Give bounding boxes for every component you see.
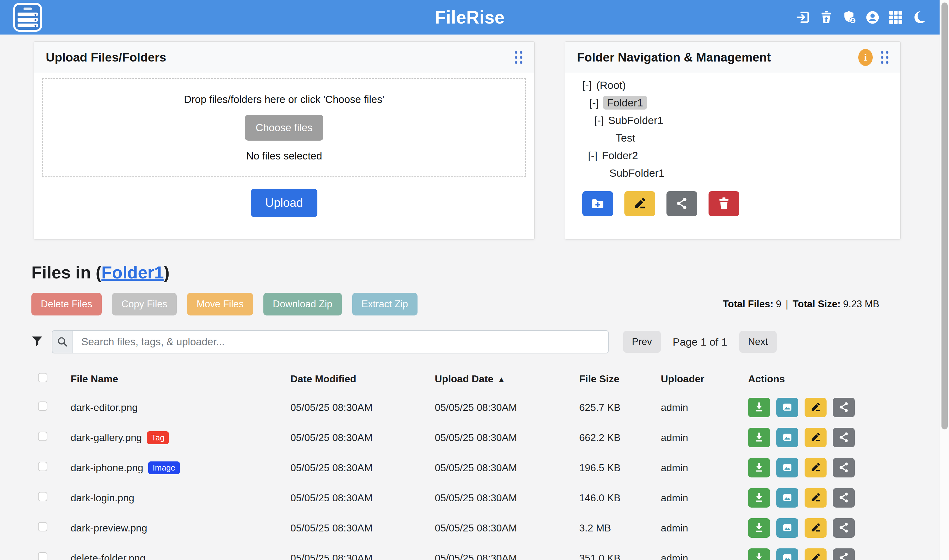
edit-button[interactable] [804,488,827,508]
preview-button[interactable] [776,488,798,508]
uploader: admin [661,402,748,414]
edit-button[interactable] [804,518,827,538]
tree-expander[interactable]: [-] [588,149,597,162]
edit-icon [809,431,822,445]
select-all-checkbox[interactable] [38,373,48,382]
preview-button[interactable] [776,548,798,560]
share-folder-button[interactable] [666,191,697,216]
search-input[interactable] [72,330,609,354]
share-button[interactable] [833,428,855,447]
user-icon[interactable] [865,10,880,25]
row-checkbox[interactable] [38,432,48,441]
share-button[interactable] [833,518,855,538]
tag-badge: Tag [147,431,169,444]
prev-page-button[interactable]: Prev [623,331,661,353]
drag-handle-icon[interactable] [881,51,888,64]
row-actions [748,548,857,560]
preview-button[interactable] [776,458,798,477]
apps-grid-icon[interactable] [888,10,903,25]
share-icon [838,491,850,505]
upload-button[interactable]: Upload [251,189,317,217]
info-icon[interactable]: i [858,49,873,66]
copy-files-button[interactable]: Copy Files [112,293,177,315]
edit-button[interactable] [804,398,827,417]
drag-handle-icon[interactable] [515,51,522,64]
download-icon [753,401,765,414]
preview-button[interactable] [776,398,798,417]
rename-folder-button[interactable] [624,191,655,216]
tree-item-folder2[interactable]: [-]Folder2 [582,146,900,164]
admin-shield-icon[interactable] [842,10,857,25]
column-header-file-name[interactable]: File Name [71,373,291,385]
row-checkbox[interactable] [38,522,48,531]
scrollbar-thumb[interactable] [941,3,948,429]
row-actions [748,458,857,477]
row-checkbox[interactable] [38,462,48,471]
tree-item-label[interactable]: (Root) [596,79,626,91]
preview-button[interactable] [776,518,798,538]
download-button[interactable] [748,518,770,538]
tree-item-subfolder1[interactable]: [-]SubFolder1 [582,111,900,129]
file-name: delete-folder.png [71,552,291,560]
download-icon [753,522,765,535]
server-logo-icon[interactable] [13,3,42,32]
share-button[interactable] [833,488,855,508]
trash-restore-icon[interactable] [819,10,834,25]
delete-folder-button[interactable] [709,191,739,216]
tree-expander[interactable]: [-] [594,114,604,126]
download-button[interactable] [748,488,770,508]
tree-expander[interactable]: [-] [582,79,592,91]
column-header-file-size[interactable]: File Size [579,373,661,385]
tree-item-folder2-subfolder1[interactable]: SubFolder1 [582,164,900,182]
edit-button[interactable] [804,458,827,477]
row-checkbox[interactable] [38,492,48,501]
share-button[interactable] [833,548,855,560]
tree-expander[interactable]: [-] [589,97,599,109]
tree-item-root[interactable]: [-](Root) [582,76,900,94]
move-files-button[interactable]: Move Files [187,293,253,315]
date-modified: 05/05/25 08:30AM [291,402,435,414]
tree-item-folder1[interactable]: [-]Folder1 [582,94,900,111]
column-header-date-modified[interactable]: Date Modified [291,373,435,385]
page-indicator: Page 1 of 1 [673,336,728,348]
tree-item-label[interactable]: Folder2 [602,149,638,162]
edit-button[interactable] [804,428,827,447]
preview-button[interactable] [776,428,798,447]
tree-item-label[interactable]: SubFolder1 [609,167,664,179]
upload-dropzone[interactable]: Drop files/folders here or click 'Choose… [42,78,526,177]
download-button[interactable] [748,458,770,477]
folder-card-title: Folder Navigation & Management [577,51,771,65]
tree-item-label[interactable]: SubFolder1 [608,114,663,126]
filter-funnel-icon [31,335,43,348]
download-zip-button[interactable]: Download Zip [263,293,342,315]
extract-zip-button[interactable]: Extract Zip [352,293,418,315]
share-button[interactable] [833,398,855,417]
page-scrollbar[interactable] [940,0,949,560]
choose-files-button[interactable]: Choose files [245,115,323,141]
file-name: dark-preview.png [71,522,291,534]
logout-icon[interactable] [795,10,810,25]
current-folder-link[interactable]: Folder1 [102,263,164,282]
create-folder-button[interactable] [582,191,613,216]
row-checkbox[interactable] [38,402,48,411]
next-page-button[interactable]: Next [739,331,777,353]
tree-item-label-selected[interactable]: Folder1 [603,96,647,109]
column-header-uploader[interactable]: Uploader [661,373,748,385]
row-checkbox[interactable] [38,552,48,560]
dark-mode-icon[interactable] [912,10,926,25]
tree-item-label[interactable]: Test [615,132,635,144]
download-button[interactable] [748,428,770,447]
download-button[interactable] [748,548,770,560]
totals-summary: Total Files:9|Total Size:9.23 MB [723,298,879,310]
download-button[interactable] [748,398,770,417]
share-button[interactable] [833,458,855,477]
filter-button[interactable] [31,335,43,348]
share-icon [838,431,850,445]
tree-item-test[interactable]: Test [582,129,900,146]
bulk-actions-row: Delete Files Copy Files Move Files Downl… [31,293,879,315]
delete-files-button[interactable]: Delete Files [31,293,102,315]
file-name: dark-gallery.pngTag [71,431,291,444]
table-row: dark-login.png 05/05/25 08:30AM 05/05/25… [31,483,949,513]
column-header-upload-date[interactable]: Upload Date▲ [435,373,579,385]
edit-button[interactable] [804,548,827,560]
